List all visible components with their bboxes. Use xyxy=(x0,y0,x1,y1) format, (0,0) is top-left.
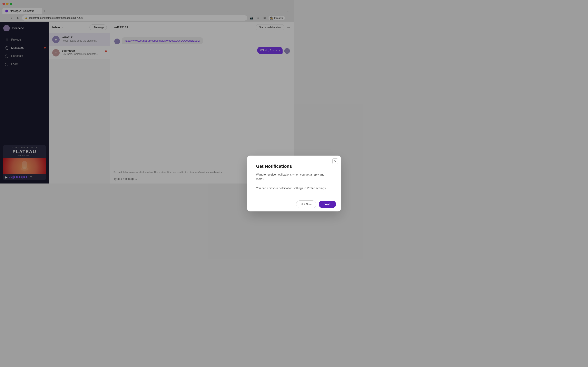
modal-title: Get Notifications xyxy=(256,164,294,169)
modal-text-line1: Want to receive notifications when you g… xyxy=(256,172,294,182)
get-notifications-modal: ✕ Get Notifications Want to receive noti… xyxy=(247,156,294,184)
modal-body: Get Notifications Want to receive notifi… xyxy=(247,156,294,184)
modal-body-text: Want to receive notifications when you g… xyxy=(256,172,294,184)
modal-overlay[interactable]: ✕ Get Notifications Want to receive noti… xyxy=(0,0,294,184)
